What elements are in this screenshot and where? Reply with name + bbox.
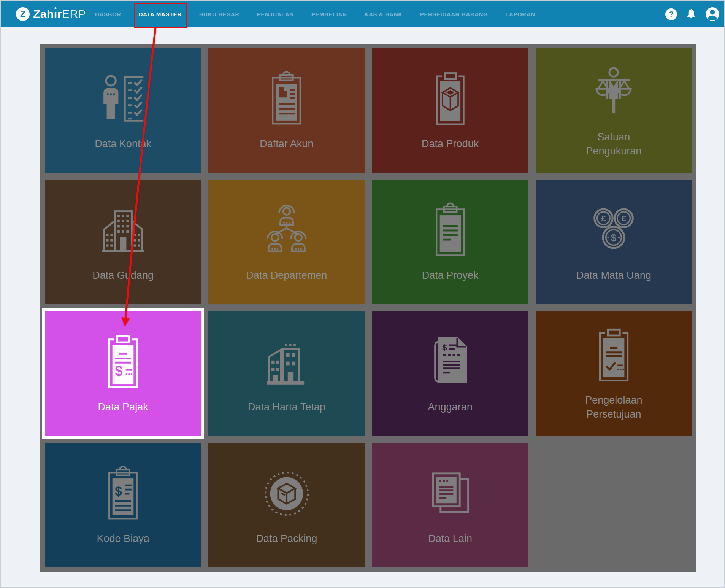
clipboard-tax-icon: $ [100,333,146,391]
tile-data-lain[interactable]: Data Lain [372,443,528,567]
nav-item-buku-besar[interactable]: BUKU BESAR [199,11,240,17]
tile-label: Data Lain [428,532,472,545]
help-icon[interactable]: ? [665,8,677,20]
clipboard-document-icon [263,70,309,128]
currency-coins-icon: £ € $ [587,202,640,259]
tile-label: Kode Biaya [97,532,149,545]
tile-label: Data Harta Tetap [248,400,325,414]
tile-data-departemen[interactable]: Data Departemen [208,180,365,304]
tile-anggaran[interactable]: $ Anggaran [372,311,528,436]
tile-label: Data Packing [256,532,317,545]
tile-label: Data Departemen [246,269,327,282]
clipboard-lines-icon [427,202,473,259]
tile-label: Pengelolaan Persetujuan [585,393,642,421]
logo-i-ring [55,7,57,9]
tile-label: Data Pajak [98,400,148,414]
zahir-logo-icon: Z [16,7,30,21]
tile-daftar-akun[interactable]: Daftar Akun [208,48,365,173]
tile-kode-biaya[interactable]: $ Kode Biaya [45,443,201,567]
tile-data-mata-uang[interactable]: £ € $ Data Mata Uang [536,180,692,304]
data-master-tile-panel: Data Kontak Daftar Akun [40,44,696,572]
empty-grid-cell [536,443,692,567]
tile-data-produk[interactable]: Data Produk [372,48,528,173]
top-navigation-bar: Z ZahırERP DASBOR DATA MASTER BUKU BESAR… [1,1,724,27]
clipboard-box-icon [427,70,473,128]
warehouse-building-icon [97,202,150,259]
tile-data-proyek[interactable]: Data Proyek [372,180,528,304]
stacked-documents-icon [424,465,477,523]
tile-grid: Data Kontak Daftar Akun [45,48,692,567]
zahir-erp-logo[interactable]: Z ZahırERP [16,7,86,21]
svg-text:$: $ [442,343,447,352]
tile-satuan-pengukuran[interactable]: Satuan Pengukuran [536,48,692,173]
svg-text:$: $ [611,232,617,243]
topbar-actions: ? [665,7,714,21]
tile-label: Data Proyek [422,269,479,282]
tile-label: Data Kontak [95,137,151,151]
budget-document-icon: $ [425,333,475,391]
tile-label: Anggaran [428,400,473,414]
clipboard-approval-icon [591,326,637,384]
tile-data-harta-tetap[interactable]: Data Harta Tetap [208,311,365,436]
tile-label: Data Gudang [92,269,154,282]
nav-item-penjualan[interactable]: PENJUALAN [257,11,294,17]
user-avatar-icon[interactable] [705,7,720,21]
city-buildings-icon [260,333,313,391]
tile-label: Data Produk [422,137,479,151]
person-checklist-icon [97,70,150,128]
tile-label: Data Mata Uang [576,269,651,282]
clipboard-cost-icon: $ [100,465,146,523]
svg-text:£: £ [601,214,606,223]
tile-label: Satuan Pengukuran [586,130,642,158]
tile-label: Daftar Akun [260,137,313,151]
tile-data-gudang[interactable]: Data Gudang [45,180,201,304]
svg-text:€: € [622,214,627,223]
svg-text:$: $ [115,484,122,498]
nav-item-pembelian[interactable]: PEMBELIAN [311,11,347,17]
app-window: Z ZahırERP DASBOR DATA MASTER BUKU BESAR… [0,0,725,588]
tile-data-kontak[interactable]: Data Kontak [45,48,201,173]
person-scales-icon [587,63,640,121]
org-chart-people-icon [260,202,313,259]
tile-data-packing[interactable]: Data Packing [208,443,365,567]
svg-text:$: $ [115,364,123,379]
tile-data-pajak[interactable]: $ Data Pajak [45,311,201,436]
tile-pengelolaan-persetujuan[interactable]: Pengelolaan Persetujuan [536,311,692,436]
packing-box-icon [260,465,313,523]
nav-item-persediaan-barang[interactable]: PERSEDIAAN BARANG [420,11,488,17]
nav-item-kas-bank[interactable]: KAS & BANK [365,11,403,17]
notifications-bell-icon[interactable] [686,9,696,19]
main-menu: DASBOR DATA MASTER BUKU BESAR PENJUALAN … [95,11,535,17]
nav-item-dasbor[interactable]: DASBOR [95,11,121,17]
brand-name: ZahırERP [33,8,86,21]
nav-item-data-master[interactable]: DATA MASTER [139,11,182,17]
nav-item-laporan[interactable]: LAPORAN [505,11,535,17]
